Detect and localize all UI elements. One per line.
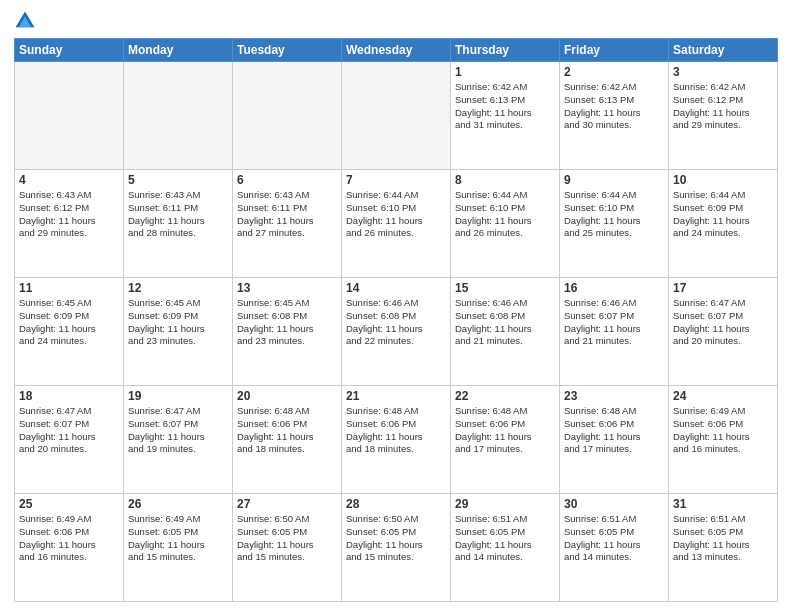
calendar-cell: 11Sunrise: 6:45 AM Sunset: 6:09 PM Dayli…	[15, 278, 124, 386]
day-number: 31	[673, 497, 773, 511]
day-info: Sunrise: 6:49 AM Sunset: 6:06 PM Dayligh…	[673, 405, 773, 456]
day-of-week-thursday: Thursday	[451, 39, 560, 62]
day-number: 16	[564, 281, 664, 295]
day-number: 6	[237, 173, 337, 187]
calendar-cell: 28Sunrise: 6:50 AM Sunset: 6:05 PM Dayli…	[342, 494, 451, 602]
day-info: Sunrise: 6:48 AM Sunset: 6:06 PM Dayligh…	[455, 405, 555, 456]
day-number: 18	[19, 389, 119, 403]
calendar-week-3: 11Sunrise: 6:45 AM Sunset: 6:09 PM Dayli…	[15, 278, 778, 386]
day-info: Sunrise: 6:44 AM Sunset: 6:10 PM Dayligh…	[346, 189, 446, 240]
day-info: Sunrise: 6:42 AM Sunset: 6:13 PM Dayligh…	[564, 81, 664, 132]
day-info: Sunrise: 6:44 AM Sunset: 6:09 PM Dayligh…	[673, 189, 773, 240]
calendar-cell: 31Sunrise: 6:51 AM Sunset: 6:05 PM Dayli…	[669, 494, 778, 602]
day-info: Sunrise: 6:45 AM Sunset: 6:08 PM Dayligh…	[237, 297, 337, 348]
day-info: Sunrise: 6:46 AM Sunset: 6:08 PM Dayligh…	[346, 297, 446, 348]
calendar-cell: 2Sunrise: 6:42 AM Sunset: 6:13 PM Daylig…	[560, 62, 669, 170]
day-number: 26	[128, 497, 228, 511]
calendar-cell: 18Sunrise: 6:47 AM Sunset: 6:07 PM Dayli…	[15, 386, 124, 494]
page: SundayMondayTuesdayWednesdayThursdayFrid…	[0, 0, 792, 612]
day-number: 12	[128, 281, 228, 295]
calendar-week-4: 18Sunrise: 6:47 AM Sunset: 6:07 PM Dayli…	[15, 386, 778, 494]
calendar-cell: 20Sunrise: 6:48 AM Sunset: 6:06 PM Dayli…	[233, 386, 342, 494]
calendar-cell: 24Sunrise: 6:49 AM Sunset: 6:06 PM Dayli…	[669, 386, 778, 494]
day-number: 14	[346, 281, 446, 295]
day-number: 17	[673, 281, 773, 295]
day-number: 5	[128, 173, 228, 187]
day-number: 27	[237, 497, 337, 511]
logo	[14, 10, 40, 32]
day-info: Sunrise: 6:44 AM Sunset: 6:10 PM Dayligh…	[564, 189, 664, 240]
calendar-cell: 17Sunrise: 6:47 AM Sunset: 6:07 PM Dayli…	[669, 278, 778, 386]
calendar-cell: 30Sunrise: 6:51 AM Sunset: 6:05 PM Dayli…	[560, 494, 669, 602]
calendar-cell: 14Sunrise: 6:46 AM Sunset: 6:08 PM Dayli…	[342, 278, 451, 386]
day-of-week-monday: Monday	[124, 39, 233, 62]
day-number: 8	[455, 173, 555, 187]
calendar-cell	[233, 62, 342, 170]
day-info: Sunrise: 6:48 AM Sunset: 6:06 PM Dayligh…	[237, 405, 337, 456]
day-number: 1	[455, 65, 555, 79]
day-info: Sunrise: 6:49 AM Sunset: 6:06 PM Dayligh…	[19, 513, 119, 564]
calendar-header-row: SundayMondayTuesdayWednesdayThursdayFrid…	[15, 39, 778, 62]
day-info: Sunrise: 6:48 AM Sunset: 6:06 PM Dayligh…	[346, 405, 446, 456]
calendar-cell: 4Sunrise: 6:43 AM Sunset: 6:12 PM Daylig…	[15, 170, 124, 278]
calendar-cell	[124, 62, 233, 170]
calendar-cell: 16Sunrise: 6:46 AM Sunset: 6:07 PM Dayli…	[560, 278, 669, 386]
day-number: 19	[128, 389, 228, 403]
calendar-cell: 22Sunrise: 6:48 AM Sunset: 6:06 PM Dayli…	[451, 386, 560, 494]
day-number: 7	[346, 173, 446, 187]
calendar-cell: 29Sunrise: 6:51 AM Sunset: 6:05 PM Dayli…	[451, 494, 560, 602]
day-info: Sunrise: 6:43 AM Sunset: 6:11 PM Dayligh…	[128, 189, 228, 240]
calendar-cell	[15, 62, 124, 170]
day-number: 15	[455, 281, 555, 295]
day-info: Sunrise: 6:51 AM Sunset: 6:05 PM Dayligh…	[564, 513, 664, 564]
day-info: Sunrise: 6:50 AM Sunset: 6:05 PM Dayligh…	[346, 513, 446, 564]
calendar-cell: 13Sunrise: 6:45 AM Sunset: 6:08 PM Dayli…	[233, 278, 342, 386]
day-number: 24	[673, 389, 773, 403]
day-number: 4	[19, 173, 119, 187]
day-of-week-friday: Friday	[560, 39, 669, 62]
day-info: Sunrise: 6:47 AM Sunset: 6:07 PM Dayligh…	[19, 405, 119, 456]
calendar-week-1: 1Sunrise: 6:42 AM Sunset: 6:13 PM Daylig…	[15, 62, 778, 170]
calendar-cell: 6Sunrise: 6:43 AM Sunset: 6:11 PM Daylig…	[233, 170, 342, 278]
calendar-cell: 27Sunrise: 6:50 AM Sunset: 6:05 PM Dayli…	[233, 494, 342, 602]
day-of-week-saturday: Saturday	[669, 39, 778, 62]
day-number: 13	[237, 281, 337, 295]
day-number: 22	[455, 389, 555, 403]
day-number: 9	[564, 173, 664, 187]
day-number: 3	[673, 65, 773, 79]
day-number: 11	[19, 281, 119, 295]
calendar-cell: 19Sunrise: 6:47 AM Sunset: 6:07 PM Dayli…	[124, 386, 233, 494]
day-info: Sunrise: 6:49 AM Sunset: 6:05 PM Dayligh…	[128, 513, 228, 564]
day-info: Sunrise: 6:42 AM Sunset: 6:12 PM Dayligh…	[673, 81, 773, 132]
day-number: 25	[19, 497, 119, 511]
calendar-cell: 8Sunrise: 6:44 AM Sunset: 6:10 PM Daylig…	[451, 170, 560, 278]
day-number: 29	[455, 497, 555, 511]
day-of-week-sunday: Sunday	[15, 39, 124, 62]
calendar-cell: 7Sunrise: 6:44 AM Sunset: 6:10 PM Daylig…	[342, 170, 451, 278]
calendar-cell: 1Sunrise: 6:42 AM Sunset: 6:13 PM Daylig…	[451, 62, 560, 170]
day-info: Sunrise: 6:45 AM Sunset: 6:09 PM Dayligh…	[19, 297, 119, 348]
calendar-cell: 15Sunrise: 6:46 AM Sunset: 6:08 PM Dayli…	[451, 278, 560, 386]
calendar-cell: 10Sunrise: 6:44 AM Sunset: 6:09 PM Dayli…	[669, 170, 778, 278]
calendar-week-5: 25Sunrise: 6:49 AM Sunset: 6:06 PM Dayli…	[15, 494, 778, 602]
calendar-cell: 23Sunrise: 6:48 AM Sunset: 6:06 PM Dayli…	[560, 386, 669, 494]
day-info: Sunrise: 6:47 AM Sunset: 6:07 PM Dayligh…	[128, 405, 228, 456]
day-info: Sunrise: 6:43 AM Sunset: 6:11 PM Dayligh…	[237, 189, 337, 240]
day-info: Sunrise: 6:46 AM Sunset: 6:08 PM Dayligh…	[455, 297, 555, 348]
calendar-cell: 9Sunrise: 6:44 AM Sunset: 6:10 PM Daylig…	[560, 170, 669, 278]
calendar-cell: 26Sunrise: 6:49 AM Sunset: 6:05 PM Dayli…	[124, 494, 233, 602]
calendar-cell: 5Sunrise: 6:43 AM Sunset: 6:11 PM Daylig…	[124, 170, 233, 278]
day-info: Sunrise: 6:44 AM Sunset: 6:10 PM Dayligh…	[455, 189, 555, 240]
calendar-cell: 25Sunrise: 6:49 AM Sunset: 6:06 PM Dayli…	[15, 494, 124, 602]
day-info: Sunrise: 6:51 AM Sunset: 6:05 PM Dayligh…	[455, 513, 555, 564]
day-info: Sunrise: 6:46 AM Sunset: 6:07 PM Dayligh…	[564, 297, 664, 348]
day-number: 20	[237, 389, 337, 403]
calendar-cell: 3Sunrise: 6:42 AM Sunset: 6:12 PM Daylig…	[669, 62, 778, 170]
header	[14, 10, 778, 32]
calendar-cell: 21Sunrise: 6:48 AM Sunset: 6:06 PM Dayli…	[342, 386, 451, 494]
day-info: Sunrise: 6:48 AM Sunset: 6:06 PM Dayligh…	[564, 405, 664, 456]
calendar-cell	[342, 62, 451, 170]
day-number: 30	[564, 497, 664, 511]
day-number: 28	[346, 497, 446, 511]
day-info: Sunrise: 6:43 AM Sunset: 6:12 PM Dayligh…	[19, 189, 119, 240]
